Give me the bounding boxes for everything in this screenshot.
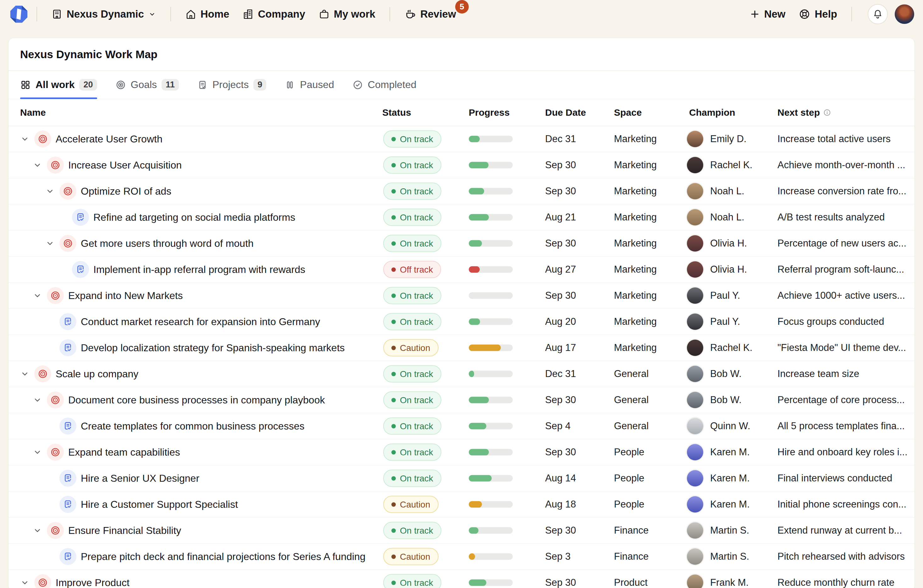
status-pill[interactable]: On track: [383, 443, 442, 461]
row-expand-chevron-icon[interactable]: [19, 577, 31, 588]
row-name[interactable]: Ensure Financial Stability: [68, 525, 181, 536]
row-expand-chevron-icon[interactable]: [19, 368, 31, 379]
status-pill[interactable]: On track: [383, 522, 442, 539]
row-name[interactable]: Hire a Senior UX Designer: [81, 473, 199, 484]
workspace-switcher[interactable]: Nexus Dynamic: [51, 8, 156, 20]
status-pill[interactable]: On track: [383, 313, 442, 330]
row-name[interactable]: Refine ad targeting on social media plat…: [94, 212, 295, 223]
row-expand-chevron-icon[interactable]: [32, 525, 43, 536]
row-expand-chevron-icon[interactable]: [19, 133, 31, 145]
row-name[interactable]: Expand into New Markets: [68, 290, 183, 302]
table-row[interactable]: Conduct market research for expansion in…: [8, 309, 915, 335]
status-pill[interactable]: Off track: [383, 261, 441, 278]
next-step: Percentage of core process...: [777, 394, 905, 406]
champion-avatar: [687, 340, 703, 356]
table-row[interactable]: Refine ad targeting on social media plat…: [8, 204, 915, 230]
row-name[interactable]: Accelerate User Growth: [56, 133, 163, 145]
table-row[interactable]: Scale up companyOn trackDec 31GeneralBob…: [8, 361, 915, 387]
status-pill[interactable]: On track: [383, 470, 442, 487]
row-name[interactable]: Increase User Acquisition: [68, 159, 182, 171]
row-name[interactable]: Scale up company: [56, 368, 138, 380]
row-expand-chevron-icon[interactable]: [32, 447, 43, 458]
champion-avatar: [687, 470, 703, 486]
nav-item-my-work[interactable]: My work: [319, 8, 375, 20]
row-name[interactable]: Prepare pitch deck and financial project…: [81, 551, 365, 563]
row-expand-chevron-icon[interactable]: [44, 238, 56, 249]
user-avatar[interactable]: [895, 4, 914, 24]
row-expand-chevron-icon[interactable]: [44, 186, 56, 197]
row-name[interactable]: Conduct market research for expansion in…: [81, 316, 320, 328]
tab-completed[interactable]: Completed: [352, 71, 417, 99]
tab-all-work[interactable]: All work 20: [20, 71, 97, 99]
nav-item-company[interactable]: Company: [242, 8, 305, 20]
row-name[interactable]: Hire a Customer Support Specialist: [81, 499, 238, 510]
table-row[interactable]: Prepare pitch deck and financial project…: [8, 544, 915, 570]
column-header-space: Space: [614, 107, 642, 118]
row-name[interactable]: Implement in-app referral program with r…: [94, 264, 305, 276]
champion-avatar: [687, 496, 703, 512]
table-row[interactable]: Create templates for common business pro…: [8, 413, 915, 439]
space: General: [614, 394, 649, 406]
status-pill[interactable]: On track: [383, 574, 442, 588]
tab-paused[interactable]: Paused: [284, 71, 334, 99]
notifications-button[interactable]: [868, 4, 888, 24]
row-expand-chevron-icon[interactable]: [32, 159, 43, 171]
row-name[interactable]: Get more users through word of mouth: [81, 238, 254, 250]
next-step: "Fiesta Mode" UI theme dev...: [777, 342, 906, 353]
project-icon: [59, 470, 76, 487]
status-pill[interactable]: On track: [383, 183, 442, 200]
tab-goals[interactable]: Goals 11: [115, 71, 179, 99]
status-pill[interactable]: Caution: [383, 339, 439, 356]
status-pill[interactable]: On track: [383, 287, 442, 304]
info-icon[interactable]: [823, 108, 831, 117]
row-name[interactable]: Expand team capabilities: [68, 447, 180, 458]
progress-bar: [469, 371, 513, 377]
help-button[interactable]: Help: [798, 8, 837, 20]
status-pill[interactable]: Caution: [383, 496, 439, 513]
row-name[interactable]: Improve Product: [56, 577, 130, 588]
row-name[interactable]: Document core business processes in comp…: [68, 394, 325, 406]
status-pill[interactable]: On track: [383, 209, 442, 226]
status-dot: [391, 319, 396, 324]
table-row[interactable]: Get more users through word of mouthOn t…: [8, 230, 915, 256]
goal-icon: [47, 157, 64, 174]
status-pill[interactable]: On track: [383, 157, 442, 174]
table-row[interactable]: Increase User AcquisitionOn trackSep 30M…: [8, 152, 915, 178]
status-pill[interactable]: On track: [383, 417, 442, 435]
table-row[interactable]: Improve ProductOn trackSep 30ProductFran…: [8, 570, 915, 588]
row-name[interactable]: Create templates for common business pro…: [81, 420, 304, 432]
tab-projects[interactable]: Projects 9: [197, 71, 266, 99]
nav-item-home[interactable]: Home: [185, 8, 230, 20]
status-dot: [391, 372, 396, 376]
table-row[interactable]: Expand team capabilitiesOn trackSep 30Pe…: [8, 439, 915, 465]
nav-item-review[interactable]: Review 5: [404, 8, 456, 20]
project-icon: [59, 496, 76, 513]
table-row[interactable]: Implement in-app referral program with r…: [8, 256, 915, 283]
row-expand-chevron-icon[interactable]: [32, 394, 43, 406]
table-row[interactable]: Hire a Senior UX DesignerOn trackAug 14P…: [8, 465, 915, 491]
table-row[interactable]: Hire a Customer Support SpecialistCautio…: [8, 491, 915, 517]
column-header-next-step: Next step: [777, 107, 831, 118]
table-row[interactable]: Document core business processes in comp…: [8, 387, 915, 413]
briefcase-icon: [319, 8, 330, 20]
status-pill[interactable]: On track: [383, 235, 442, 252]
status-pill[interactable]: On track: [383, 130, 442, 148]
row-name[interactable]: Develop localization strategy for Spanis…: [81, 342, 345, 354]
project-icon: [59, 339, 76, 356]
new-button[interactable]: New: [749, 8, 786, 20]
table-row[interactable]: Develop localization strategy for Spanis…: [8, 335, 915, 361]
status-pill[interactable]: Caution: [383, 548, 439, 565]
row-name[interactable]: Optimize ROI of ads: [81, 186, 171, 197]
goal-icon: [59, 235, 76, 252]
status-pill[interactable]: On track: [383, 365, 442, 383]
coffee-cup-icon: [404, 8, 416, 20]
table-row[interactable]: Accelerate User GrowthOn trackDec 31Mark…: [8, 126, 915, 152]
next-step: Referral program soft-launc...: [777, 264, 904, 275]
table-row[interactable]: Expand into New MarketsOn trackSep 30Mar…: [8, 283, 915, 309]
row-expand-chevron-icon[interactable]: [32, 290, 43, 301]
goal-icon: [47, 522, 64, 539]
status-pill[interactable]: On track: [383, 391, 442, 409]
table-row[interactable]: Optimize ROI of adsOn trackSep 30Marketi…: [8, 178, 915, 204]
app-logo-icon[interactable]: [9, 4, 29, 24]
table-row[interactable]: Ensure Financial StabilityOn trackSep 30…: [8, 517, 915, 544]
